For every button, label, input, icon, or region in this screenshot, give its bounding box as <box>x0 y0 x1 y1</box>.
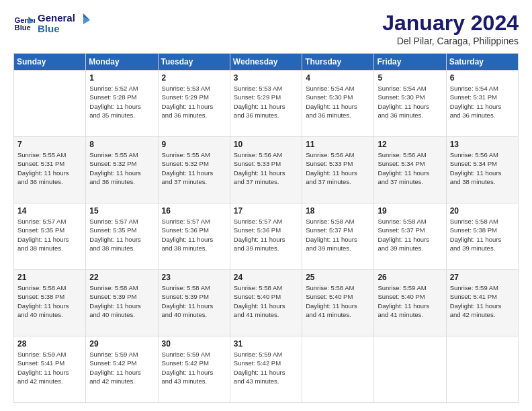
day-info: Sunrise: 5:56 AM Sunset: 5:34 PM Dayligh… <box>378 150 442 186</box>
calendar-week-5: 28Sunrise: 5:59 AM Sunset: 5:41 PM Dayli… <box>14 336 519 403</box>
calendar-cell: 4Sunrise: 5:54 AM Sunset: 5:30 PM Daylig… <box>302 71 374 137</box>
day-info: Sunrise: 5:59 AM Sunset: 5:40 PM Dayligh… <box>378 283 442 319</box>
calendar-cell: 27Sunrise: 5:59 AM Sunset: 5:41 PM Dayli… <box>446 270 518 336</box>
day-info: Sunrise: 5:57 AM Sunset: 5:35 PM Dayligh… <box>17 217 82 253</box>
day-number: 31 <box>234 339 298 349</box>
calendar-cell: 18Sunrise: 5:58 AM Sunset: 5:37 PM Dayli… <box>302 203 374 270</box>
day-info: Sunrise: 5:54 AM Sunset: 5:30 PM Dayligh… <box>306 84 370 120</box>
day-number: 30 <box>162 339 226 349</box>
calendar-cell: 8Sunrise: 5:55 AM Sunset: 5:32 PM Daylig… <box>86 137 158 203</box>
day-info: Sunrise: 5:58 AM Sunset: 5:37 PM Dayligh… <box>306 217 370 253</box>
calendar-cell: 12Sunrise: 5:56 AM Sunset: 5:34 PM Dayli… <box>374 137 446 203</box>
weekday-header-wednesday: Wednesday <box>230 54 302 71</box>
day-info: Sunrise: 5:53 AM Sunset: 5:29 PM Dayligh… <box>162 84 226 120</box>
day-number: 12 <box>378 140 442 149</box>
calendar-cell: 17Sunrise: 5:57 AM Sunset: 5:36 PM Dayli… <box>230 203 302 270</box>
logo: General Blue General Blue <box>13 11 91 35</box>
day-info: Sunrise: 5:57 AM Sunset: 5:36 PM Dayligh… <box>162 217 226 253</box>
calendar-cell: 13Sunrise: 5:56 AM Sunset: 5:34 PM Dayli… <box>446 137 518 203</box>
day-info: Sunrise: 5:58 AM Sunset: 5:40 PM Dayligh… <box>234 283 298 319</box>
calendar-week-2: 7Sunrise: 5:55 AM Sunset: 5:31 PM Daylig… <box>14 137 519 203</box>
day-info: Sunrise: 5:58 AM Sunset: 5:40 PM Dayligh… <box>306 283 370 319</box>
calendar-table: SundayMondayTuesdayWednesdayThursdayFrid… <box>13 53 519 403</box>
calendar-cell: 2Sunrise: 5:53 AM Sunset: 5:29 PM Daylig… <box>158 71 230 137</box>
calendar-cell: 5Sunrise: 5:54 AM Sunset: 5:30 PM Daylig… <box>374 71 446 137</box>
day-number: 26 <box>378 273 442 282</box>
svg-text:Blue: Blue <box>15 24 31 32</box>
calendar-cell: 28Sunrise: 5:59 AM Sunset: 5:41 PM Dayli… <box>14 336 86 403</box>
weekday-header-tuesday: Tuesday <box>158 54 230 71</box>
main-title: January 2024 <box>382 11 519 36</box>
day-info: Sunrise: 5:52 AM Sunset: 5:28 PM Dayligh… <box>89 84 154 120</box>
day-info: Sunrise: 5:58 AM Sunset: 5:39 PM Dayligh… <box>162 283 226 319</box>
logo-icon: General Blue <box>13 12 35 34</box>
calendar-cell: 3Sunrise: 5:53 AM Sunset: 5:29 PM Daylig… <box>230 71 302 137</box>
calendar-cell: 23Sunrise: 5:58 AM Sunset: 5:39 PM Dayli… <box>158 270 230 336</box>
day-number: 13 <box>450 140 515 149</box>
day-info: Sunrise: 5:57 AM Sunset: 5:35 PM Dayligh… <box>89 217 154 253</box>
calendar-cell: 11Sunrise: 5:56 AM Sunset: 5:33 PM Dayli… <box>302 137 374 203</box>
day-number: 5 <box>378 73 442 83</box>
day-number: 9 <box>162 140 226 149</box>
day-number: 14 <box>17 206 82 216</box>
day-number: 29 <box>89 339 154 349</box>
day-info: Sunrise: 5:55 AM Sunset: 5:32 PM Dayligh… <box>162 150 226 186</box>
day-number: 4 <box>306 73 370 83</box>
calendar-cell: 10Sunrise: 5:56 AM Sunset: 5:33 PM Dayli… <box>230 137 302 203</box>
calendar-cell: 31Sunrise: 5:59 AM Sunset: 5:42 PM Dayli… <box>230 336 302 403</box>
day-number: 23 <box>162 273 226 282</box>
page: General Blue General Blue January 2024 D… <box>0 0 532 411</box>
day-number: 17 <box>234 206 298 216</box>
day-info: Sunrise: 5:55 AM Sunset: 5:31 PM Dayligh… <box>17 150 82 186</box>
svg-text:General: General <box>38 12 75 24</box>
day-info: Sunrise: 5:56 AM Sunset: 5:33 PM Dayligh… <box>306 150 370 186</box>
calendar-cell: 14Sunrise: 5:57 AM Sunset: 5:35 PM Dayli… <box>14 203 86 270</box>
day-info: Sunrise: 5:59 AM Sunset: 5:42 PM Dayligh… <box>89 350 154 385</box>
header: General Blue General Blue January 2024 D… <box>13 11 519 46</box>
calendar-cell: 9Sunrise: 5:55 AM Sunset: 5:32 PM Daylig… <box>158 137 230 203</box>
calendar-cell: 19Sunrise: 5:58 AM Sunset: 5:37 PM Dayli… <box>374 203 446 270</box>
day-number: 18 <box>306 206 370 216</box>
day-info: Sunrise: 5:54 AM Sunset: 5:30 PM Dayligh… <box>378 84 442 120</box>
day-number: 16 <box>162 206 226 216</box>
calendar-cell: 16Sunrise: 5:57 AM Sunset: 5:36 PM Dayli… <box>158 203 230 270</box>
day-number: 21 <box>17 273 82 282</box>
calendar-cell: 21Sunrise: 5:58 AM Sunset: 5:38 PM Dayli… <box>14 270 86 336</box>
calendar-week-3: 14Sunrise: 5:57 AM Sunset: 5:35 PM Dayli… <box>14 203 519 270</box>
day-number: 20 <box>450 206 515 216</box>
calendar-cell: 6Sunrise: 5:54 AM Sunset: 5:31 PM Daylig… <box>446 71 518 137</box>
day-number: 15 <box>89 206 154 216</box>
day-number: 3 <box>234 73 298 83</box>
day-info: Sunrise: 5:56 AM Sunset: 5:34 PM Dayligh… <box>450 150 515 186</box>
day-number: 7 <box>17 140 82 149</box>
weekday-header-friday: Friday <box>374 54 446 71</box>
calendar-week-1: 1Sunrise: 5:52 AM Sunset: 5:28 PM Daylig… <box>14 71 519 137</box>
weekday-header-thursday: Thursday <box>302 54 374 71</box>
weekday-header-monday: Monday <box>86 54 158 71</box>
day-info: Sunrise: 5:55 AM Sunset: 5:32 PM Dayligh… <box>89 150 154 186</box>
calendar-cell <box>446 336 518 403</box>
calendar-cell: 22Sunrise: 5:58 AM Sunset: 5:39 PM Dayli… <box>86 270 158 336</box>
day-number: 19 <box>378 206 442 216</box>
calendar-cell: 1Sunrise: 5:52 AM Sunset: 5:28 PM Daylig… <box>86 71 158 137</box>
logo-svg: General Blue <box>38 11 91 35</box>
calendar-cell: 7Sunrise: 5:55 AM Sunset: 5:31 PM Daylig… <box>14 137 86 203</box>
day-number: 27 <box>450 273 515 282</box>
day-info: Sunrise: 5:59 AM Sunset: 5:42 PM Dayligh… <box>234 350 298 385</box>
weekday-header-sunday: Sunday <box>14 54 86 71</box>
day-number: 25 <box>306 273 370 282</box>
calendar-cell: 25Sunrise: 5:58 AM Sunset: 5:40 PM Dayli… <box>302 270 374 336</box>
day-number: 1 <box>89 73 154 83</box>
calendar-cell <box>374 336 446 403</box>
calendar-body: 1Sunrise: 5:52 AM Sunset: 5:28 PM Daylig… <box>14 71 519 403</box>
day-info: Sunrise: 5:58 AM Sunset: 5:38 PM Dayligh… <box>450 217 515 253</box>
day-number: 11 <box>306 140 370 149</box>
calendar-cell <box>14 71 86 137</box>
day-info: Sunrise: 5:58 AM Sunset: 5:37 PM Dayligh… <box>378 217 442 253</box>
subtitle: Del Pilar, Caraga, Philippines <box>382 36 519 46</box>
calendar-cell: 29Sunrise: 5:59 AM Sunset: 5:42 PM Dayli… <box>86 336 158 403</box>
day-info: Sunrise: 5:53 AM Sunset: 5:29 PM Dayligh… <box>234 84 298 120</box>
calendar-cell: 30Sunrise: 5:59 AM Sunset: 5:42 PM Dayli… <box>158 336 230 403</box>
svg-text:Blue: Blue <box>38 23 60 34</box>
calendar-week-4: 21Sunrise: 5:58 AM Sunset: 5:38 PM Dayli… <box>14 270 519 336</box>
